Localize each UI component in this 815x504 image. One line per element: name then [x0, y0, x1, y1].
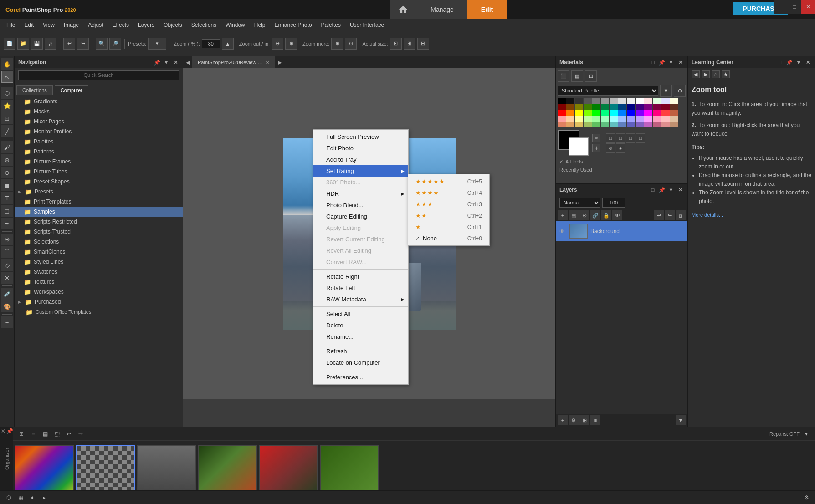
paint-tool[interactable]: 🖌 [1, 141, 13, 153]
add-tool[interactable]: + [1, 316, 13, 328]
ctx-select-all[interactable]: Select All [313, 308, 408, 320]
arrow-tool[interactable]: ↖ [1, 71, 13, 83]
filmstrip-sort-btn[interactable]: ⬚ [52, 429, 62, 439]
color-swatch[interactable] [618, 122, 626, 127]
materials-close-button[interactable]: ✕ [677, 59, 684, 66]
zoom-input[interactable]: 80 [202, 39, 220, 48]
palette-select[interactable]: Standard Palette [558, 86, 658, 96]
color-swatch[interactable] [670, 122, 678, 127]
color-swatch[interactable] [636, 122, 644, 127]
layers-restore-button[interactable]: □ [649, 186, 656, 193]
list-item[interactable]: 📁Palettes [15, 137, 183, 147]
color-swatch[interactable] [575, 116, 583, 122]
save-button[interactable]: 💾 [31, 38, 43, 50]
color-swatch[interactable] [601, 110, 609, 116]
color-swatch[interactable] [661, 110, 670, 116]
color-swatch[interactable] [558, 104, 566, 110]
straighten-tool[interactable]: ╱ [1, 125, 13, 137]
zoom-out-btn[interactable]: ⊖ [272, 38, 283, 50]
color-swatch[interactable] [558, 122, 566, 127]
color-swatch[interactable] [610, 116, 618, 122]
color-swatch[interactable] [644, 104, 652, 110]
status-tool-3[interactable]: ♦ [27, 493, 37, 503]
text-tool[interactable]: T [1, 192, 13, 204]
filmstrip-item[interactable] [15, 445, 74, 491]
ctx-rotate-left[interactable]: Rotate Left [313, 282, 408, 294]
rating-4-stars[interactable]: ★★★★ Ctrl+4 [408, 187, 489, 199]
layer-group-btn[interactable]: ▤ [569, 210, 579, 220]
list-item[interactable]: 📁Samples [15, 207, 183, 217]
zoom-spinner-up[interactable]: ▲ [222, 38, 234, 50]
layer-visibility-icon[interactable]: 👁 [559, 229, 567, 234]
ctx-rotate-right[interactable]: Rotate Right [313, 271, 408, 282]
ctx-preferences[interactable]: Preferences... [313, 372, 408, 383]
list-item[interactable]: 📁Masks [15, 107, 183, 117]
ctx-capture-editing[interactable]: Capture Editing [313, 211, 408, 222]
search-input[interactable] [18, 70, 179, 80]
color-swatch[interactable] [592, 98, 600, 104]
more-details-link[interactable]: More details... [692, 212, 723, 218]
rating-none[interactable]: ✓ None Ctrl+0 [408, 233, 489, 244]
status-tool-4[interactable]: ▸ [39, 493, 49, 503]
color-swatch[interactable] [661, 116, 670, 122]
window-fit-btn[interactable]: ⊟ [417, 38, 429, 50]
mat-color-btn[interactable]: ⬛ [558, 70, 569, 82]
color-swatch[interactable] [566, 104, 574, 110]
layer-link-btn[interactable]: 🔗 [590, 210, 600, 220]
color-swatch[interactable] [592, 110, 600, 116]
color-swatch[interactable] [566, 116, 574, 122]
actual-size-btn[interactable]: ⊡ [390, 38, 402, 50]
color-swatch[interactable] [644, 110, 652, 116]
color-swatch[interactable] [653, 110, 661, 116]
color-swatch[interactable] [627, 110, 635, 116]
collections-tab[interactable]: Collections [16, 85, 53, 95]
ctx-raw-metadata[interactable]: RAW Metadata ▶ [313, 294, 408, 305]
learning-home-icon[interactable]: ⌂ [712, 70, 720, 78]
blend-mode-select[interactable]: Normal [559, 198, 600, 208]
freehand-select[interactable]: ⬡ [1, 87, 13, 99]
color-swatch[interactable] [584, 110, 592, 116]
layer-undo-btn[interactable]: ↩ [654, 210, 664, 220]
status-tool-1[interactable]: ⬡ [4, 493, 14, 503]
organizer-close-button[interactable]: ✕ [1, 428, 5, 434]
filmstrip-tool-2[interactable]: ≡ [28, 429, 38, 439]
computer-tab[interactable]: Computer [55, 85, 88, 95]
zoom-out-button[interactable]: 🔎 [109, 38, 121, 50]
filmstrip-item[interactable] [320, 445, 379, 491]
ctx-edit-photo[interactable]: Edit Photo [313, 143, 408, 154]
color-swatch[interactable] [661, 98, 670, 104]
color-swatch[interactable] [575, 104, 583, 110]
edit-button[interactable]: Edit [467, 0, 507, 19]
menu-file[interactable]: File [2, 21, 20, 29]
color-swatch[interactable] [670, 98, 678, 104]
color-swatch[interactable] [644, 122, 652, 127]
menu-image[interactable]: Image [59, 21, 83, 29]
eyedropper-tool[interactable]: 💉 [1, 288, 13, 300]
color-swatch[interactable] [661, 122, 670, 127]
color-swatch[interactable] [670, 116, 678, 122]
color-swatch[interactable] [558, 98, 566, 104]
list-item[interactable]: 📁Patterns [15, 147, 183, 157]
status-tool-2[interactable]: ▦ [15, 493, 26, 503]
pencil-icon[interactable]: ✏ [592, 134, 600, 142]
color-swatch[interactable] [601, 104, 609, 110]
layer-lock-btn[interactable]: 🔒 [601, 210, 611, 220]
maximize-button[interactable]: □ [788, 0, 801, 14]
clone-tool[interactable]: ⊕ [1, 154, 13, 166]
crop-tool[interactable]: ⊡ [1, 112, 13, 124]
color-swatch[interactable] [584, 122, 592, 127]
document-close-button[interactable]: × [266, 59, 269, 66]
layer-merge-btn[interactable]: ⊞ [579, 415, 589, 425]
color-swatch[interactable] [627, 104, 635, 110]
zoom-more-btn[interactable]: ⊕ [331, 38, 343, 50]
transparency-btn-4[interactable]: □ [636, 133, 645, 143]
menu-edit[interactable]: Edit [20, 21, 38, 29]
color-swatch[interactable] [610, 104, 618, 110]
layers-close-button[interactable]: ✕ [677, 186, 684, 193]
color-swatch[interactable] [566, 98, 574, 104]
rating-2-stars[interactable]: ★★ Ctrl+2 [408, 210, 489, 221]
list-item[interactable]: 📁Gradients [15, 97, 183, 107]
list-item[interactable]: 📁Custom Office Templates [15, 307, 183, 317]
zoom-less-btn[interactable]: ⊙ [345, 38, 357, 50]
opacity-input[interactable] [602, 198, 625, 208]
